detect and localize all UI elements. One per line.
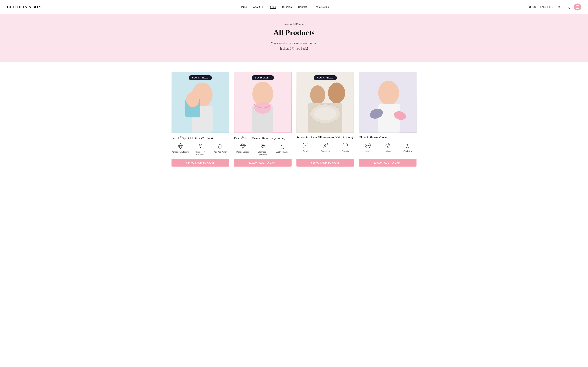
svg-line-11 (179, 143, 181, 145)
currency-selector[interactable]: USD$ ▾ (529, 6, 537, 8)
product-info: Face It® Luxe Makeup Remover (2 colors) (234, 133, 292, 167)
hand-wash-icon (404, 142, 411, 149)
product-info: Snooze It – Satin Pillowcase for Hair (2… (296, 133, 354, 167)
breadcrumb: Home ■ All Products (3, 23, 585, 25)
feature-just-add-water: Just Add Water (211, 143, 229, 153)
nav-bundles[interactable]: Bundles (282, 5, 292, 8)
feature-2in1: 2in1 2-in-1 (296, 142, 314, 152)
breadcrumb-home[interactable]: Home (283, 23, 289, 25)
svg-line-13 (179, 145, 181, 149)
diamond-icon (177, 143, 184, 150)
product-image (296, 72, 354, 133)
product-photo-placeholder (359, 72, 416, 133)
product-card-face-it-special: NEW ARRIVAL Face It® Special Edition (2 … (172, 72, 229, 166)
svg-point-0 (558, 6, 560, 7)
products-grid: NEW ARRIVAL Face It® Special Edition (2 … (172, 72, 416, 166)
water-drop-icon (279, 143, 286, 150)
svg-text:2in1: 2in1 (303, 144, 307, 147)
svg-point-15 (199, 144, 202, 148)
feature-smoothes: Smoothes (316, 142, 334, 152)
feature-amazingly-effective: Amazingly Effective (172, 143, 189, 153)
hero-subtitle-line1: You should ♡ your self-care routine. (271, 42, 317, 45)
feature-label: Lathers (384, 150, 391, 152)
feature-deluxe: Deluxe Version (234, 143, 252, 153)
face-wash-icon (259, 143, 266, 150)
product-name: Snooze It – Satin Pillowcase for Hair (2… (296, 135, 354, 140)
feature-label: Smoothes (321, 150, 330, 152)
add-to-cart-button[interactable]: $14.99 | ADD TO CART (172, 159, 229, 167)
cart-icon (576, 5, 579, 9)
brand-name: CLOTH IN A BOX (7, 5, 41, 9)
brand-logo[interactable]: CLOTH IN A BOX (7, 5, 41, 9)
svg-point-49 (387, 146, 389, 148)
svg-marker-22 (240, 143, 245, 149)
product-photo-placeholder (296, 72, 354, 133)
two-in-one-icon: 2in1 (364, 142, 371, 149)
svg-marker-9 (178, 143, 183, 149)
feature-label: Cleanses + Exfoliates (191, 151, 209, 156)
product-photo-placeholder (234, 72, 292, 133)
diamond-icon (239, 143, 246, 150)
svg-point-41 (378, 81, 399, 105)
svg-point-1 (567, 6, 569, 8)
add-to-cart-button[interactable]: $17.99 | ADD TO CART (359, 159, 416, 167)
product-features: Amazingly Effective Clean (172, 143, 229, 156)
product-name: Face It® Luxe Makeup Remover (2 colors) (234, 135, 292, 140)
chevron-down-icon: ▾ (552, 6, 553, 8)
cart-button[interactable] (574, 3, 581, 10)
feature-cleanses-exfoliates: Cleanses + Exfoliates (191, 143, 209, 156)
svg-point-8 (186, 92, 199, 107)
svg-point-36 (314, 107, 337, 120)
svg-text:2in1: 2in1 (366, 144, 370, 147)
search-button[interactable] (565, 4, 571, 10)
add-to-cart-button[interactable]: $29.99 | ADD TO CART (296, 159, 354, 167)
user-icon (557, 5, 561, 9)
feature-label: Cleanses + Exfoliates (254, 151, 272, 156)
svg-line-24 (242, 143, 243, 145)
product-name: Face It® Special Edition (2 colors) (172, 135, 229, 140)
language-label: ENGLISH (540, 6, 551, 8)
face-wash-icon (197, 143, 204, 150)
nav-contact[interactable]: Contact (298, 5, 307, 8)
svg-line-14 (181, 145, 182, 149)
account-button[interactable] (556, 4, 562, 10)
product-info: Glove It Shower Gloves 2in1 2-in-1 (359, 133, 416, 167)
feature-label: Protects (342, 150, 349, 152)
product-card-glove-it: Glove It Shower Gloves 2in1 2-in-1 (359, 72, 416, 166)
feature-exfoliates: Exfoliates (399, 142, 416, 152)
nav-shop[interactable]: Shop (270, 5, 276, 9)
product-image (234, 72, 292, 133)
product-photo-placeholder (172, 72, 229, 133)
svg-point-29 (262, 145, 262, 146)
hero-subtitle-line2: It should ♡ you back! (280, 47, 308, 50)
product-image (172, 72, 229, 133)
feature-label: Exfoliates (403, 150, 412, 152)
feature-lathers: Lathers (379, 142, 397, 152)
svg-line-25 (243, 143, 244, 145)
svg-line-27 (243, 145, 244, 149)
search-icon (566, 5, 570, 9)
language-selector[interactable]: ENGLISH ▾ (540, 6, 553, 8)
svg-line-2 (569, 8, 570, 8)
feature-label: Amazingly Effective (172, 151, 189, 153)
site-header: CLOTH IN A BOX Home About us Shop Bundle… (0, 0, 588, 14)
nav-home[interactable]: Home (240, 5, 247, 8)
currency-label: USD$ (529, 6, 536, 8)
main-nav: Home About us Shop Bundles Contact Find … (240, 5, 330, 9)
svg-point-47 (386, 145, 388, 147)
chevron-down-icon: ▾ (537, 6, 538, 8)
feature-label: Deluxe Version (236, 151, 249, 153)
add-to-cart-button[interactable]: $19.99 | ADD TO CART (234, 159, 292, 167)
product-features: 2in1 2-in-1 Smoothes (296, 142, 354, 152)
nav-retailer[interactable]: Find a Retailer (313, 5, 331, 8)
feature-label: 2-in-1 (365, 150, 370, 152)
shield-icon (342, 142, 349, 149)
products-section: NEW ARRIVAL Face It® Special Edition (2 … (0, 62, 588, 180)
product-image-wrap: BESTSELLER (234, 72, 292, 133)
svg-point-28 (261, 144, 264, 148)
nav-about[interactable]: About us (253, 5, 264, 8)
product-card-snooze-it: NEW ARRIVAL Snooze It – Satin Pillowcase… (296, 72, 354, 166)
svg-point-17 (200, 145, 201, 146)
product-badge: NEW ARRIVAL (314, 75, 337, 80)
product-badge: BESTSELLER (252, 75, 274, 80)
